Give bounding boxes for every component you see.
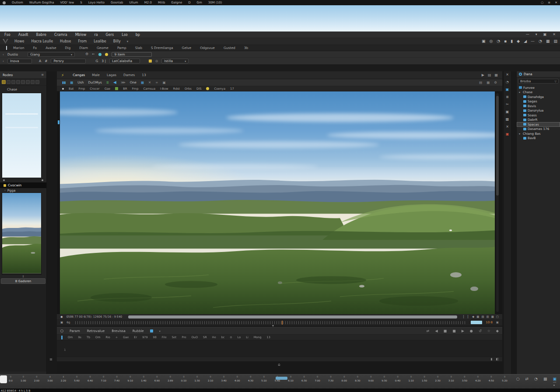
os-menu-item[interactable]: Gosnlab	[111, 1, 123, 4]
stamp-icon[interactable]	[517, 39, 520, 43]
viewer-tab[interactable]: Cangas	[73, 73, 85, 77]
fit-icon[interactable]	[496, 321, 499, 324]
timeline-tab[interactable]: Retrovalue	[87, 329, 105, 333]
ribbon-item[interactable]: Pamp	[117, 46, 126, 50]
clip-thumbnail-hills[interactable]	[2, 192, 42, 275]
signal-icon[interactable]	[524, 39, 527, 43]
toolbar-caret[interactable]: ▾	[127, 40, 129, 43]
timeline-chip[interactable]: SR	[203, 336, 207, 339]
timeline-chip[interactable]: ÷	[116, 336, 118, 339]
clip-tool-icon[interactable]	[7, 80, 10, 84]
viewer-option[interactable]: Coenya	[214, 87, 225, 91]
green-chip-icon[interactable]	[115, 87, 118, 90]
tree-item[interactable]: ▾ BavB	[517, 136, 560, 141]
arrow-left-icon[interactable]	[92, 52, 94, 56]
table-icon[interactable]	[546, 39, 550, 43]
os-menu-item[interactable]: Outlom	[12, 1, 23, 4]
viewer-option[interactable]: 17	[230, 87, 234, 91]
os-menu-item[interactable]: M2:0	[144, 1, 152, 4]
timeline-chip[interactable]: Gae	[123, 336, 129, 339]
gear-icon[interactable]	[85, 52, 88, 56]
timeline-chip-icon[interactable]	[150, 329, 153, 332]
timeline-chip[interactable]: ⊙	[230, 336, 232, 339]
ribbon-item[interactable]: Marion	[13, 46, 24, 50]
grid-icon[interactable]	[553, 39, 557, 43]
timeline-tracks[interactable]: 1	[57, 340, 502, 357]
min-icon[interactable]	[526, 33, 529, 36]
timeline-chip[interactable]: Mong	[254, 336, 262, 339]
ribbon-item[interactable]: Dig	[65, 46, 71, 50]
frame-icon[interactable]	[163, 81, 166, 84]
grid-d-icon[interactable]	[491, 315, 494, 318]
stack-icon[interactable]	[506, 95, 509, 99]
timeline-chip[interactable]: 98	[153, 336, 157, 339]
toolbar-item[interactable]: Hubse	[60, 39, 71, 43]
drop-icon[interactable]	[536, 33, 537, 36]
viewport[interactable]	[57, 91, 502, 314]
viewport-canvas[interactable]	[60, 91, 495, 314]
grid2-icon[interactable]	[494, 74, 498, 77]
filter-icon[interactable]: ▽	[554, 80, 556, 83]
value-field[interactable]: Persry	[51, 59, 86, 63]
selected-clip-row[interactable]: Cvocwin	[0, 182, 46, 188]
viewer-tool-label[interactable]: One	[130, 80, 136, 84]
star-icon[interactable]	[487, 329, 490, 333]
viewer-tool-label[interactable]: Ush	[77, 80, 84, 84]
toolbar-item[interactable]: Billy	[113, 39, 121, 43]
options-dropdown-1[interactable]: Giang▾	[28, 52, 75, 57]
timeline-dropdown-icon[interactable]: ▾	[159, 329, 161, 332]
scissors-icon[interactable]	[506, 103, 509, 106]
viewport-vscrollbar[interactable]	[496, 93, 499, 312]
clip-row[interactable]: Pgga	[0, 188, 46, 192]
box-sm-icon[interactable]	[496, 315, 499, 318]
os-menu-item[interactable]: Galgne	[171, 1, 182, 4]
tree-item[interactable]: ▾ DabrR	[517, 118, 560, 122]
node-tree-icon[interactable]	[106, 81, 109, 84]
record-icon[interactable]	[506, 133, 509, 136]
os-menu-item[interactable]: Wulfum Gog(Iha	[29, 1, 54, 4]
play-icon[interactable]	[462, 329, 464, 333]
os-menu-item[interactable]: 30M (10)	[208, 1, 222, 4]
tree-item[interactable]: ▾ Soass	[517, 113, 560, 118]
viewer-tool-label[interactable]: DuOMys	[88, 80, 102, 84]
clip-handle-icon[interactable]	[491, 358, 493, 361]
send-icon[interactable]	[482, 74, 484, 77]
yellow-chip-icon[interactable]	[206, 87, 209, 90]
app-menu-item[interactable]: ra	[94, 33, 98, 37]
app-menu-item[interactable]: bp	[136, 33, 140, 37]
ribbon-item[interactable]: Fo	[33, 46, 37, 50]
tree-item[interactable]: ▾ Bevis	[517, 104, 560, 108]
timeline-tab[interactable]: Param	[70, 329, 80, 333]
bar-icon[interactable]	[468, 315, 470, 318]
viewer-settings-icon[interactable]	[494, 81, 497, 84]
timeline-record-icon[interactable]	[60, 329, 63, 332]
circle-icon[interactable]	[516, 377, 520, 381]
tree-item[interactable]: ▾ Funvee	[517, 85, 560, 90]
os-menu-item[interactable]: VOD' Iew	[60, 1, 74, 4]
dash-icon[interactable]	[531, 39, 535, 43]
toolbar-item[interactable]: From	[78, 39, 87, 43]
prev-icon[interactable]	[435, 329, 438, 333]
timeline-chip[interactable]: Om	[68, 336, 73, 339]
toolbar-item[interactable]: Howe	[14, 39, 24, 43]
time-icon[interactable]	[506, 80, 509, 84]
viewer-option[interactable]: Gae	[105, 87, 111, 91]
cut-icon[interactable]	[148, 81, 151, 84]
stop2-icon[interactable]	[452, 329, 456, 333]
globe-icon[interactable]	[497, 39, 500, 43]
qr-icon[interactable]	[543, 377, 547, 381]
cyan-swatch[interactable]	[98, 53, 102, 56]
os-menu-item[interactable]: S	[80, 1, 82, 4]
camera-icon[interactable]	[60, 321, 63, 324]
viewer-option[interactable]: Orbs	[185, 87, 192, 91]
node-icon[interactable]	[141, 81, 144, 84]
bar-icon[interactable]	[463, 315, 466, 318]
timeline-chip[interactable]: Er	[134, 336, 137, 339]
viewer-tab[interactable]: Lagas	[107, 73, 116, 77]
ribbon-item[interactable]: Gusted	[224, 46, 235, 50]
frame-icon[interactable]	[506, 110, 509, 114]
tree-item[interactable]: ▾ Danzrylua	[517, 108, 560, 113]
viewer-option[interactable]: DIS	[196, 87, 202, 91]
timeline-chip[interactable]: Om	[95, 336, 100, 339]
viewer-option[interactable]: Fmp	[132, 87, 139, 91]
